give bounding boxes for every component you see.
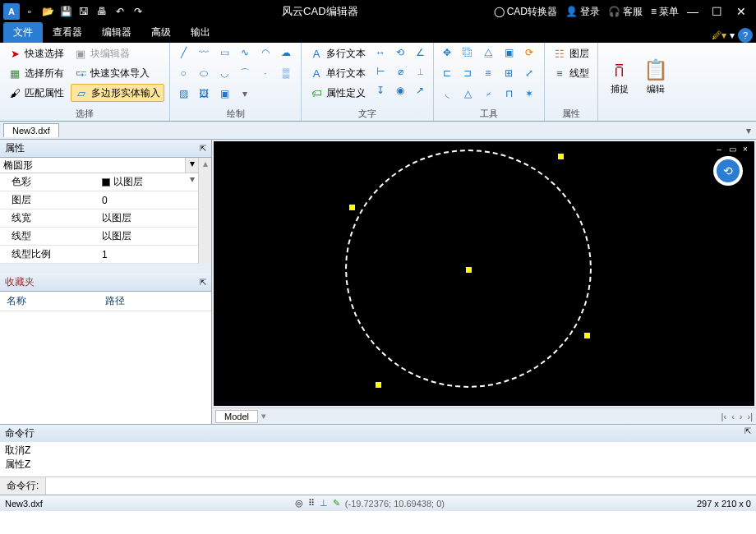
chevron-down-icon[interactable]: ▾ (185, 158, 198, 173)
pin-icon[interactable]: ⇱ (200, 278, 206, 287)
rect-icon[interactable]: ▭ (216, 44, 233, 61)
snap-button[interactable]: ⩃ 捕捉 (603, 44, 636, 109)
ellipse-icon[interactable]: ⬭ (196, 65, 212, 81)
block2-icon[interactable]: ▣ (216, 85, 233, 102)
nav-first-icon[interactable]: |‹ (721, 412, 727, 421)
extend-icon[interactable]: ⊐ (459, 65, 476, 81)
layer-button[interactable]: ☷图层 (550, 44, 592, 62)
attdef-button[interactable]: 🏷属性定义 (307, 84, 369, 102)
command-input[interactable] (45, 477, 756, 495)
polyline-icon[interactable]: 〰 (196, 44, 212, 61)
quick-select-button[interactable]: ➤快速选择 (5, 44, 67, 62)
tab-editor[interactable]: 编辑器 (92, 22, 141, 43)
grip-center[interactable] (465, 266, 472, 274)
circle-icon[interactable]: ○ (175, 65, 191, 81)
viewport-max-icon[interactable]: ▭ (726, 145, 738, 154)
converter-link[interactable]: ◯ CAD转换器 (494, 5, 557, 19)
table-row[interactable]: 线型比例1 (0, 246, 198, 264)
maximize-button[interactable]: ☐ (712, 5, 728, 18)
nav-last-icon[interactable]: ›| (747, 412, 753, 421)
minimize-button[interactable]: — (687, 5, 703, 18)
tab-viewer[interactable]: 查看器 (43, 22, 92, 43)
viewcube-icon[interactable]: ⟲ (713, 156, 743, 186)
menu-link[interactable]: ≡ 菜单 (651, 5, 679, 19)
scrollbar[interactable]: ▴ (198, 158, 211, 264)
help-button[interactable]: ? (738, 28, 753, 43)
tab-output[interactable]: 输出 (181, 22, 220, 43)
chevron-down-icon[interactable]: ▾ (187, 173, 198, 191)
open-icon[interactable]: 📂 (39, 3, 56, 20)
snap-toggle-icon[interactable]: ◎ (295, 498, 303, 509)
saveas-icon[interactable]: 🖫 (76, 3, 92, 20)
join-icon[interactable]: ⊓ (500, 85, 517, 102)
grid-toggle-icon[interactable]: ⠿ (308, 498, 315, 509)
arc-icon[interactable]: ◠ (257, 44, 274, 61)
pin-icon[interactable]: ⇱ (200, 144, 206, 153)
undo-icon[interactable]: ↶ (112, 3, 128, 20)
dim8-icon[interactable]: ⟂ (412, 63, 428, 80)
image-icon[interactable]: 🖼 (196, 85, 212, 102)
service-link[interactable]: 🎧 客服 (608, 5, 643, 19)
grip-top[interactable] (557, 153, 565, 160)
dim2-icon[interactable]: ⊢ (372, 63, 389, 80)
polar-toggle-icon[interactable]: ✎ (333, 498, 340, 509)
table-row[interactable]: 线型以图层 (0, 228, 198, 246)
arc2-icon[interactable]: ◡ (216, 65, 233, 81)
quick-import-button[interactable]: ⮓快速实体导入 (71, 64, 164, 82)
line-icon[interactable]: ╱ (175, 44, 191, 61)
dropdown-icon[interactable]: ▾ (730, 30, 735, 41)
drawing-canvas[interactable]: – ▭ × ⟲ (214, 141, 754, 406)
rotate-icon[interactable]: ⟳ (521, 44, 537, 61)
mirror-icon[interactable]: ⧋ (480, 44, 496, 61)
layout-dropdown-icon[interactable]: ▾ (261, 411, 266, 421)
fillet-icon[interactable]: ◟ (439, 85, 455, 102)
redo-icon[interactable]: ↷ (130, 3, 146, 20)
app-logo[interactable]: A (3, 3, 20, 20)
ortho-toggle-icon[interactable]: ⊥ (320, 498, 328, 509)
hatch2-icon[interactable]: ▨ (175, 85, 191, 102)
dim1-icon[interactable]: ↔ (372, 44, 389, 61)
dim5-icon[interactable]: ⌀ (392, 63, 408, 80)
login-link[interactable]: 👤 登录 (565, 5, 600, 19)
dim7-icon[interactable]: ∠ (412, 44, 428, 61)
viewport-close-icon[interactable]: × (740, 145, 751, 154)
dim6-icon[interactable]: ◉ (392, 82, 408, 99)
save-icon[interactable]: 💾 (58, 3, 74, 20)
new-icon[interactable]: ▫ (21, 3, 38, 20)
entity-type-selector[interactable]: ▾ (0, 158, 198, 173)
explode-icon[interactable]: ✶ (521, 85, 537, 102)
nav-next-icon[interactable]: › (740, 412, 743, 421)
doc-tab[interactable]: New3.dxf (3, 123, 59, 137)
edit-button[interactable]: 📋 编辑 (639, 44, 672, 109)
entity-type-input[interactable] (0, 158, 185, 173)
spline-icon[interactable]: ∿ (237, 44, 253, 61)
block-editor-button[interactable]: ▣块编辑器 (71, 44, 164, 62)
tab-advanced[interactable]: 高级 (141, 22, 181, 43)
copy-icon[interactable]: ⿻ (459, 44, 476, 61)
model-tab[interactable]: Model (215, 410, 258, 423)
select-all-button[interactable]: ▦选择所有 (5, 64, 67, 82)
dim3-icon[interactable]: ↧ (372, 82, 389, 99)
grip-right[interactable] (583, 332, 591, 339)
move-icon[interactable]: ✥ (439, 44, 455, 61)
pin-icon[interactable]: ⇱ (744, 426, 751, 440)
array-icon[interactable]: ⊞ (500, 65, 517, 81)
dim9-icon[interactable]: ↗ (412, 82, 428, 99)
ribbon-options-icon[interactable]: 🖉▾ (712, 30, 726, 41)
table-row[interactable]: 图层0 (0, 191, 198, 209)
more-icon[interactable]: ▾ (237, 85, 253, 102)
print-icon[interactable]: 🖶 (94, 3, 110, 20)
chamfer-icon[interactable]: △ (459, 85, 476, 102)
scale-icon[interactable]: ⤢ (521, 65, 537, 81)
doctab-dropdown[interactable]: ▾ (741, 125, 756, 136)
close-button[interactable]: ✕ (736, 5, 753, 18)
offset-icon[interactable]: ≡ (480, 65, 496, 81)
tab-file[interactable]: 文件 (3, 22, 43, 43)
mtext-button[interactable]: A多行文本 (307, 44, 369, 62)
revcloud-icon[interactable]: ☁ (278, 44, 294, 61)
match-props-button[interactable]: 🖌匹配属性 (5, 84, 67, 102)
linetype-button[interactable]: ≡线型 (550, 64, 592, 82)
table-row[interactable]: 色彩 以图层 ▾ (0, 173, 198, 191)
select-icon2[interactable]: ▣ (500, 44, 517, 61)
break-icon[interactable]: ⌿ (480, 85, 496, 102)
